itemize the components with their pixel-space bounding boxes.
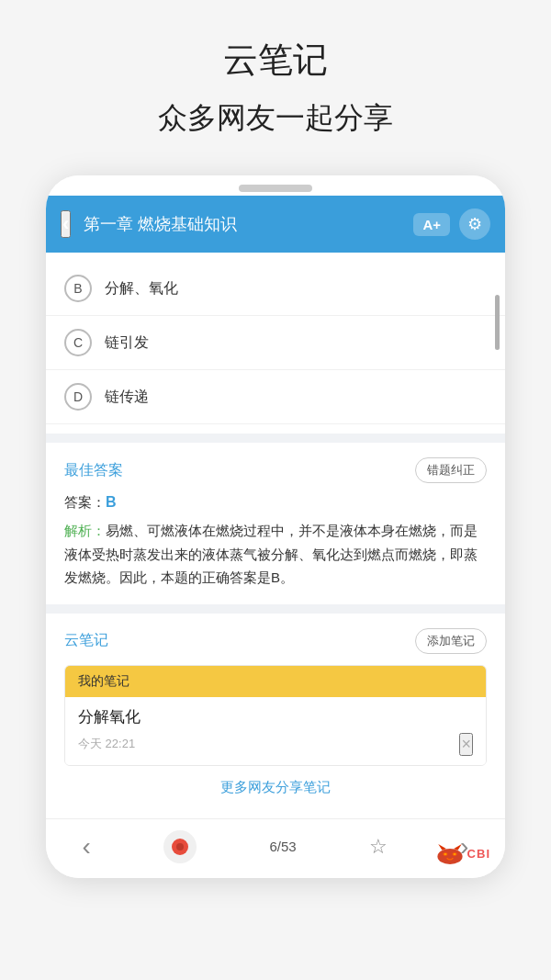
svg-point-1 [176, 843, 184, 850]
page-subtitle: 众多网友一起分享 [18, 98, 533, 139]
cbi-text: CBI [467, 847, 490, 861]
phone-notch [239, 185, 312, 192]
analysis-text: 易燃、可燃液体在燃烧过程中，并不是液体本身在燃烧，而是液体受热时蒸发出来的液体蒸… [64, 523, 478, 585]
chapter-header: ‹ 第一章 燃烧基础知识 A+ ⚙ [46, 196, 505, 253]
option-item-d[interactable]: D 链传递 [46, 370, 505, 424]
prev-icon: ‹ [83, 832, 91, 862]
best-answer-label: 最佳答案 [64, 461, 123, 480]
my-note-content: 分解氧化 [78, 706, 473, 727]
option-text-c: 链引发 [105, 333, 149, 353]
chapter-title: 第一章 燃烧基础知识 [84, 213, 404, 235]
my-note-body: 分解氧化 今天 22:21 × [65, 697, 486, 765]
font-size-button[interactable]: A+ [413, 213, 450, 236]
settings-button[interactable]: ⚙ [459, 208, 490, 240]
svg-point-2 [437, 849, 462, 864]
my-note-header: 我的笔记 [65, 666, 486, 697]
page-indicator: 6/53 [269, 839, 296, 854]
cbi-watermark: CBI [434, 841, 490, 867]
svg-marker-3 [438, 843, 446, 850]
note-delete-button[interactable]: × [459, 733, 473, 756]
error-correct-button[interactable]: 错题纠正 [415, 457, 487, 483]
option-circle-d: D [64, 383, 92, 411]
option-item-b[interactable]: B 分解、氧化 [46, 262, 505, 316]
note-time: 今天 22:21 [78, 736, 135, 752]
page-title: 云笔记 [18, 37, 533, 84]
phone-top-bar [46, 175, 505, 196]
my-note-card: 我的笔记 分解氧化 今天 22:21 × [64, 665, 487, 766]
answer-prefix: 答案： [64, 494, 106, 510]
settings-icon: ⚙ [467, 214, 482, 234]
share-notes-link[interactable]: 更多网友分享笔记 [64, 766, 487, 804]
svg-marker-4 [454, 843, 462, 850]
scroll-indicator [495, 295, 500, 350]
home-button[interactable] [163, 830, 197, 863]
phone-mockup: ‹ 第一章 燃烧基础知识 A+ ⚙ B 分解、氧化 C 链引发 D 链传递 最佳… [46, 175, 505, 878]
add-note-button[interactable]: 添加笔记 [415, 628, 487, 654]
analysis-line: 解析：易燃、可燃液体在燃烧过程中，并不是液体本身在燃烧，而是液体受热时蒸发出来的… [64, 519, 487, 590]
svg-point-7 [444, 852, 445, 854]
answer-value: B [106, 494, 117, 510]
option-circle-c: C [64, 329, 92, 356]
options-area: B 分解、氧化 C 链引发 D 链传递 [46, 253, 505, 434]
analysis-prefix: 解析： [64, 523, 106, 538]
separator-1 [46, 434, 505, 443]
option-item-c[interactable]: C 链引发 [46, 316, 505, 370]
back-button[interactable]: ‹ [61, 210, 71, 238]
option-text-b: 分解、氧化 [105, 279, 178, 299]
separator-2 [46, 604, 505, 614]
cbi-dragon-icon [434, 841, 466, 867]
answer-section-header: 最佳答案 错题纠正 [64, 457, 487, 483]
note-section: 云笔记 添加笔记 我的笔记 分解氧化 今天 22:21 × 更多网友分享笔记 [46, 614, 505, 818]
page-header: 云笔记 众多网友一起分享 [0, 0, 551, 175]
home-icon [170, 837, 190, 857]
svg-point-8 [454, 852, 455, 854]
note-section-header: 云笔记 添加笔记 [64, 628, 487, 654]
answer-section: 最佳答案 错题纠正 答案：B 解析：易燃、可燃液体在燃烧过程中，并不是液体本身在… [46, 443, 505, 604]
my-note-footer: 今天 22:21 × [78, 733, 473, 756]
answer-line: 答案：B [64, 494, 487, 512]
star-icon: ☆ [369, 835, 388, 859]
note-section-label: 云笔记 [64, 631, 108, 650]
prev-button[interactable]: ‹ [83, 832, 91, 862]
option-circle-b: B [64, 275, 92, 302]
option-text-d: 链传递 [105, 388, 149, 407]
star-button[interactable]: ☆ [369, 835, 388, 859]
